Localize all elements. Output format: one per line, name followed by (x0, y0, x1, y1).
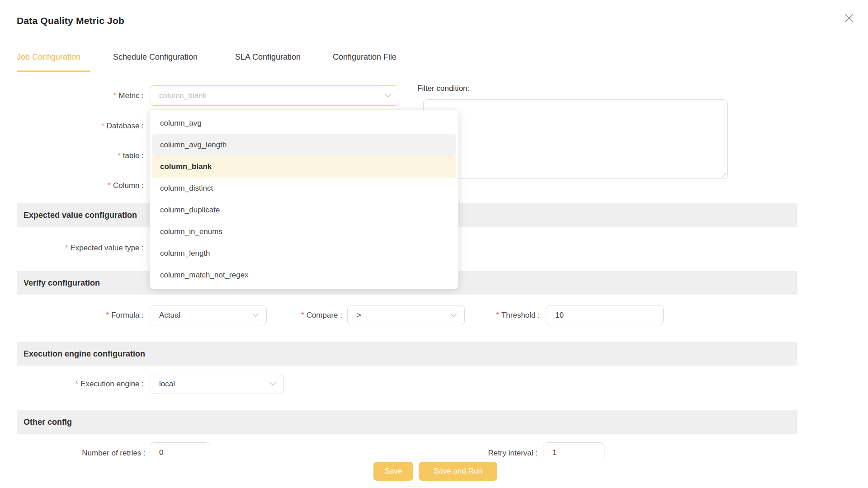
threshold-label: *Threshold : (425, 305, 540, 325)
section-other-config: Other config (17, 410, 797, 434)
required-marker: * (108, 181, 111, 190)
execution-engine-select-value: local (159, 380, 175, 389)
database-label: *Database : (0, 116, 144, 136)
required-marker: * (101, 122, 104, 130)
close-button[interactable] (842, 12, 856, 25)
save-button[interactable]: Save (373, 462, 413, 481)
chevron-down-icon (269, 382, 276, 386)
dialog-footer: Save Save and Run (0, 458, 868, 488)
metric-option-column_length[interactable]: column_length (152, 243, 456, 264)
execution-engine-select[interactable]: local (150, 374, 284, 394)
metric-option-column_avg[interactable]: column_avg (152, 113, 456, 134)
threshold-input-value: 10 (555, 311, 564, 320)
filter-condition-label: Filter condition: (417, 84, 469, 93)
formula-label: *Formula : (0, 305, 144, 325)
tab-configuration-file[interactable]: Configuration File (333, 52, 396, 62)
required-marker: * (301, 311, 304, 319)
page-title: Data Quality Metric Job (17, 15, 124, 26)
metric-option-column_avg_length[interactable]: column_avg_length (152, 134, 456, 156)
required-marker: * (75, 380, 78, 388)
compare-label: *Compare : (226, 305, 342, 325)
compare-select-value: > (357, 311, 361, 320)
metric-option-column_distinct[interactable]: column_distinct (152, 178, 456, 199)
required-marker: * (113, 91, 117, 100)
save-and-run-button[interactable]: Save and Run (419, 462, 497, 481)
metric-label: *Metric : (0, 85, 144, 106)
tab-schedule-configuration[interactable]: Schedule Configuration (113, 52, 198, 62)
number-of-retries-value: 0 (159, 448, 163, 457)
required-marker: * (496, 311, 499, 319)
resize-handle-icon[interactable] (721, 172, 726, 177)
chevron-down-icon (385, 94, 392, 98)
required-marker: * (106, 311, 109, 319)
filter-condition-textarea[interactable] (423, 99, 728, 179)
metric-option-column_in_enums[interactable]: column_in_enums (152, 221, 456, 243)
required-marker: * (118, 151, 121, 160)
formula-select-value: Actual (159, 311, 180, 320)
retry-interval-value: 1 (552, 448, 557, 457)
column-label: *Column : (0, 175, 144, 196)
metric-option-column_match_not_regex[interactable]: column_match_not_regex (152, 264, 456, 286)
metric-option-column_duplicate[interactable]: column_duplicate (152, 199, 456, 221)
data-quality-metric-job-dialog: Data Quality Metric Job Job Configuratio… (0, 0, 868, 488)
table-label: *table : (0, 145, 144, 166)
metric-select-placeholder: column_blank (159, 91, 207, 100)
close-icon (844, 13, 854, 23)
tab-divider (14, 72, 860, 72)
metric-option-column_blank[interactable]: column_blank (152, 156, 456, 178)
section-execution-engine-configuration: Execution engine configuration (17, 342, 797, 366)
required-marker: * (65, 244, 68, 252)
tab-sla-configuration[interactable]: SLA Configuration (235, 52, 301, 62)
execution-engine-label: *Execution engine : (0, 374, 144, 394)
metric-dropdown-list: column_avgcolumn_avg_lengthcolumn_blankc… (150, 110, 458, 289)
expected-value-type-label: *Expected value type : (0, 238, 144, 258)
metric-select[interactable]: column_blank (150, 85, 399, 106)
threshold-input[interactable]: 10 (546, 305, 664, 325)
tab-job-configuration[interactable]: Job Configuration (17, 52, 80, 62)
